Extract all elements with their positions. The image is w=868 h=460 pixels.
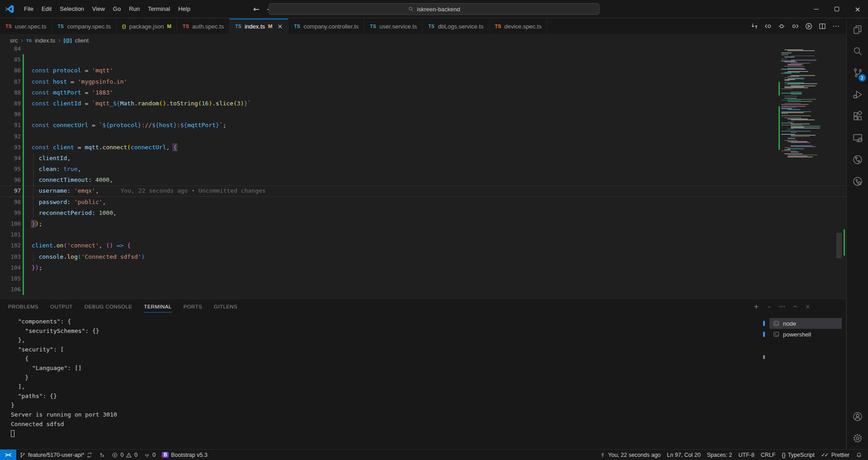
line-number[interactable]: 92 xyxy=(0,131,21,142)
terminal-session-node[interactable]: node xyxy=(769,318,842,329)
tab-user.service.ts[interactable]: TSuser.service.ts xyxy=(364,19,423,34)
maximize-panel-icon[interactable] xyxy=(792,304,798,310)
line-number[interactable]: 97 xyxy=(0,185,21,196)
menu-help[interactable]: Help xyxy=(174,4,194,14)
tab-dbLogs.service.ts[interactable]: TSdbLogs.service.ts xyxy=(423,19,489,34)
line-number[interactable]: 91 xyxy=(0,120,21,131)
code-line[interactable]: 92 xyxy=(0,131,846,142)
previous-change-icon[interactable] xyxy=(762,20,774,32)
code-line[interactable]: 84 xyxy=(0,47,846,54)
editor-scrollbar[interactable] xyxy=(836,233,842,258)
run-debug-icon[interactable] xyxy=(847,84,868,105)
line-number[interactable]: 84 xyxy=(0,47,21,54)
eol-item[interactable]: CRLF xyxy=(758,450,779,460)
search-icon[interactable] xyxy=(847,40,868,62)
code-line[interactable]: 90 xyxy=(0,109,846,120)
panel-tab-debug-console[interactable]: DEBUG CONSOLE xyxy=(85,299,132,314)
tab-auth.spec.ts[interactable]: TSauth.spec.ts xyxy=(177,19,230,34)
tab-device.spec.ts[interactable]: TSdevice.spec.ts xyxy=(490,19,547,34)
line-number[interactable]: 105 xyxy=(0,273,21,284)
tab-index.ts[interactable]: TSindex.tsM× xyxy=(230,19,288,34)
code-line[interactable]: 94 clientId, xyxy=(0,153,846,164)
tab-user.spec.ts[interactable]: TSuser.spec.ts xyxy=(0,19,52,34)
tab-company.spec.ts[interactable]: TScompany.spec.ts xyxy=(52,19,117,34)
split-editor-icon[interactable] xyxy=(816,20,828,32)
line-number[interactable]: 85 xyxy=(0,54,21,65)
code-line[interactable]: 106 xyxy=(0,284,846,295)
terminal-session-powershell[interactable]: powershell xyxy=(769,329,842,340)
line-number[interactable]: 106 xyxy=(0,284,21,295)
menu-run[interactable]: Run xyxy=(125,4,144,14)
code-line[interactable]: 97 username: 'emqx',You, 22 seconds ago … xyxy=(0,185,846,196)
panel-tab-terminal[interactable]: TERMINAL xyxy=(144,299,171,314)
terminal-picker-chevron-icon[interactable] xyxy=(766,304,772,310)
code-line[interactable]: 101 xyxy=(0,229,846,240)
remote-indicator[interactable]: >< xyxy=(0,450,16,460)
panel-tab-problems[interactable]: PROBLEMS xyxy=(8,299,38,314)
extensions-icon[interactable] xyxy=(847,105,868,127)
open-changes-icon[interactable] xyxy=(776,20,788,32)
more-actions-icon[interactable] xyxy=(830,20,842,32)
close-panel-icon[interactable] xyxy=(805,304,811,310)
line-number[interactable]: 99 xyxy=(0,208,21,218)
code-line[interactable]: 98 password: 'public', xyxy=(0,197,846,208)
menu-edit[interactable]: Edit xyxy=(38,4,56,14)
code-line[interactable]: 96 connectTimeout: 4000, xyxy=(0,175,846,185)
line-number[interactable]: 98 xyxy=(0,197,21,208)
panel-tab-ports[interactable]: PORTS xyxy=(184,299,202,314)
encoding-item[interactable]: UTF-8 xyxy=(735,450,757,460)
line-number[interactable]: 96 xyxy=(0,175,21,185)
code-line[interactable]: 104}); xyxy=(0,262,846,273)
menu-terminal[interactable]: Terminal xyxy=(144,4,174,14)
line-number[interactable]: 86 xyxy=(0,65,21,76)
remote-explorer-icon[interactable] xyxy=(847,127,868,149)
new-terminal-icon[interactable] xyxy=(753,303,760,310)
breadcrumb-file[interactable]: index.ts xyxy=(35,37,55,44)
code-line[interactable]: 93const client = mqtt.connect(connectUrl… xyxy=(0,142,846,153)
code-line[interactable]: 91const connectUrl = `${protocol}://${ho… xyxy=(0,120,846,131)
account-icon[interactable] xyxy=(847,406,868,427)
menu-go[interactable]: Go xyxy=(109,4,125,14)
menu-file[interactable]: File xyxy=(20,4,38,14)
code-editor[interactable]: 848586const protocol = 'mqtt'87const hos… xyxy=(0,47,846,299)
gitlens-inspect-icon[interactable] xyxy=(847,171,868,192)
gitlens-icon[interactable] xyxy=(847,149,868,171)
language-item[interactable]: {} TypeScript xyxy=(778,450,817,460)
menu-selection[interactable]: Selection xyxy=(56,4,88,14)
code-line[interactable]: 102client.on('connect', () => { xyxy=(0,240,846,251)
settings-icon[interactable] xyxy=(847,427,868,449)
git-branch-item[interactable]: feature/5170-user-api* xyxy=(16,450,96,460)
code-line[interactable]: 87const host = 'mygpsinfo.in' xyxy=(0,76,846,87)
code-line[interactable]: 103 console.log('Connected sdfsd') xyxy=(0,251,846,262)
close-tab-icon[interactable]: × xyxy=(278,23,283,30)
code-line[interactable]: 95 clean: true, xyxy=(0,164,846,175)
minimize-button[interactable] xyxy=(806,0,826,18)
cursor-position-item[interactable]: Ln 97, Col 20 xyxy=(664,450,703,460)
next-change-icon[interactable] xyxy=(789,20,801,32)
line-number[interactable]: 89 xyxy=(0,98,21,109)
breadcrumb-symbol[interactable]: client xyxy=(75,37,89,44)
line-number[interactable]: 100 xyxy=(0,218,21,229)
problems-item[interactable]: 0 0 xyxy=(108,450,141,460)
line-number[interactable]: 103 xyxy=(0,251,21,262)
tab-package.json[interactable]: {}package.jsonM xyxy=(117,19,177,34)
minimap[interactable] xyxy=(780,49,819,185)
bootstrap-item[interactable]: B Bootstrap v5.3 xyxy=(159,450,211,460)
explorer-icon[interactable] xyxy=(847,19,868,40)
blame-item[interactable]: You, 22 seconds ago xyxy=(596,450,664,460)
code-line[interactable]: 99 reconnectPeriod: 1000, xyxy=(0,208,846,218)
code-line[interactable]: 88const mqttPort = '1883' xyxy=(0,87,846,98)
terminal-output[interactable]: "components": { "securitySchemes": {} },… xyxy=(0,317,738,449)
gitlens-status-item[interactable] xyxy=(96,450,108,460)
line-number[interactable]: 88 xyxy=(0,87,21,98)
source-control-icon[interactable]: 3 xyxy=(847,62,868,84)
command-center-search[interactable]: iskreen-backend xyxy=(269,3,599,15)
code-line[interactable]: 89const clientId = `mqtt_${Math.random()… xyxy=(0,98,846,109)
breadcrumb-folder[interactable]: src xyxy=(10,37,18,44)
run-file-icon[interactable] xyxy=(803,20,815,32)
line-number[interactable]: 90 xyxy=(0,109,21,120)
line-number[interactable]: 93 xyxy=(0,142,21,153)
line-number[interactable]: 101 xyxy=(0,229,21,240)
panel-tab-gitlens[interactable]: GITLENS xyxy=(214,299,237,314)
tab-company.controller.ts[interactable]: TScompany.controller.ts xyxy=(288,19,364,34)
